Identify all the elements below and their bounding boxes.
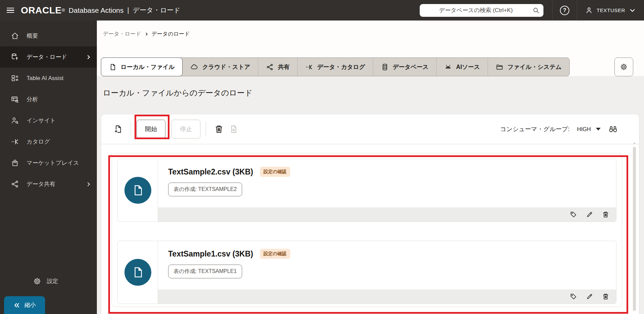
trash-icon[interactable] bbox=[602, 211, 609, 218]
help-button[interactable]: ? bbox=[553, 6, 577, 15]
tab-cloud-store[interactable]: クラウド・ストア bbox=[183, 58, 258, 76]
tab-data-catalog[interactable]: データ・カタログ bbox=[298, 58, 373, 76]
file-card-body: TextSample2.csv (3KB) 設定の確認 表の作成: TEXTSA… bbox=[158, 159, 616, 222]
toolbar-divider bbox=[206, 122, 206, 136]
trash-icon[interactable] bbox=[602, 293, 609, 300]
tab-label: クラウド・ストア bbox=[202, 63, 250, 71]
sidebar-item-label: インサイト bbox=[27, 117, 56, 124]
file-card-body: TextSample1.csv (3KB) 設定の確認 表の作成: TEXTSA… bbox=[158, 241, 616, 304]
consumer-group-select[interactable]: HIGH bbox=[577, 126, 601, 132]
hamburger-menu-icon[interactable] bbox=[0, 8, 21, 13]
breadcrumb: データ・ロード データのロード bbox=[103, 31, 190, 38]
tab-settings-button[interactable] bbox=[614, 57, 633, 76]
toolbar-right: コンシューマ・グループ: HIGH bbox=[500, 124, 630, 134]
analysis-icon bbox=[11, 95, 19, 104]
sidebar-item-data-load[interactable]: データ・ロード bbox=[0, 46, 97, 68]
file-card-content: TextSample1.csv (3KB) 設定の確認 表の作成: TEXTSA… bbox=[158, 241, 616, 289]
stop-button[interactable]: 停止 bbox=[172, 120, 200, 139]
file-card: TextSample2.csv (3KB) 設定の確認 表の作成: TEXTSA… bbox=[117, 159, 616, 222]
create-table-chip[interactable]: 表の作成: TEXTSAMPLE2 bbox=[168, 183, 242, 196]
gear-icon bbox=[33, 277, 41, 285]
tab-group: ローカル・ファイル クラウド・ストア 共有 データ・カタログ bbox=[101, 57, 570, 76]
sidebar-item-analysis[interactable]: 分析 bbox=[0, 89, 97, 110]
gear-icon bbox=[620, 63, 628, 71]
source-tabs: ローカル・ファイル クラウド・ストア 共有 データ・カタログ bbox=[101, 57, 570, 76]
insight-icon bbox=[11, 116, 19, 125]
file-card: TextSample1.csv (3KB) 設定の確認 表の作成: TEXTSA… bbox=[117, 241, 616, 304]
tab-file-system[interactable]: ファイル・システム bbox=[488, 58, 569, 76]
home-icon bbox=[11, 32, 19, 40]
sidebar-item-label: マーケットプレイス bbox=[27, 159, 79, 167]
catalog-icon bbox=[11, 138, 19, 146]
tab-local-file[interactable]: ローカル・ファイル bbox=[101, 57, 183, 76]
scroll-up-arrow-icon[interactable]: ▲ bbox=[633, 141, 636, 145]
tab-label: データ・カタログ bbox=[317, 63, 365, 71]
csv-file-icon bbox=[124, 259, 151, 286]
sidebar-item-label: 分析 bbox=[27, 95, 38, 103]
add-file-button[interactable] bbox=[113, 124, 123, 134]
sidebar-item-data-share[interactable]: データ共有 bbox=[0, 173, 97, 195]
file-card-content: TextSample2.csv (3KB) 設定の確認 表の作成: TEXTSA… bbox=[158, 159, 616, 207]
tab-label: AIソース bbox=[456, 63, 480, 71]
pencil-icon[interactable] bbox=[586, 211, 593, 218]
toolbar: 開始 停止 コンシューマ・グループ: HIGH bbox=[101, 114, 639, 144]
pencil-icon[interactable] bbox=[586, 293, 593, 300]
sidebar: 概要 データ・ロード Table AI Assist 分析 インサイト カタログ bbox=[0, 21, 97, 314]
marketplace-icon bbox=[11, 159, 19, 167]
title-separator: | bbox=[127, 6, 129, 14]
sidebar-item-marketplace[interactable]: マーケットプレイス bbox=[0, 152, 97, 173]
main-area: データ・ロード データのロード ローカル・ファイル クラウド・ストア bbox=[97, 21, 644, 314]
tab-label: ローカル・ファイル bbox=[121, 63, 175, 71]
tab-label: 共有 bbox=[278, 63, 290, 71]
top-bar-right: ? TEXTUSER bbox=[420, 0, 644, 21]
search-input[interactable] bbox=[420, 4, 543, 17]
data-share-icon bbox=[11, 180, 19, 188]
user-menu[interactable]: TEXTUSER bbox=[577, 6, 644, 14]
table-ai-icon bbox=[11, 74, 19, 82]
registered-mark: ® bbox=[62, 8, 65, 13]
consumer-group-label: コンシューマ・グループ: bbox=[500, 125, 569, 133]
tag-icon[interactable] bbox=[570, 293, 577, 300]
username: TEXTUSER bbox=[597, 7, 625, 13]
sidebar-item-overview[interactable]: 概要 bbox=[0, 25, 97, 46]
file-icon bbox=[109, 63, 117, 71]
share-icon bbox=[266, 63, 274, 71]
caret-down-icon bbox=[596, 128, 601, 130]
tag-icon[interactable] bbox=[570, 211, 577, 218]
tab-label: データベース bbox=[393, 63, 429, 71]
sidebar-item-table-ai-assist[interactable]: Table AI Assist bbox=[0, 68, 97, 89]
tab-ai-source[interactable]: AIソース bbox=[437, 58, 488, 76]
settings-check-badge: 設定の確認 bbox=[260, 249, 290, 259]
file-card-icon-column bbox=[118, 159, 158, 222]
help-icon: ? bbox=[560, 6, 569, 15]
header-context-title: データ・ロード bbox=[133, 6, 181, 15]
sidebar-item-catalog[interactable]: カタログ bbox=[0, 131, 97, 152]
chevron-down-icon bbox=[629, 7, 636, 14]
file-card-footer bbox=[158, 289, 616, 304]
file-name: TextSample1.csv (3KB) bbox=[168, 249, 253, 259]
oracle-logo: ORACLE® Database Actions | データ・ロード bbox=[21, 5, 181, 16]
create-table-chip[interactable]: 表の作成: TEXTSAMPLE1 bbox=[168, 265, 242, 278]
sidebar-item-label: Table AI Assist bbox=[27, 75, 64, 82]
start-button[interactable]: 開始 bbox=[137, 120, 165, 139]
consumer-group-value: HIGH bbox=[577, 126, 591, 132]
cloud-icon bbox=[190, 63, 198, 71]
settings-label: 設定 bbox=[47, 277, 58, 285]
sidebar-item-insight[interactable]: インサイト bbox=[0, 110, 97, 131]
delete-button[interactable] bbox=[214, 124, 224, 134]
breadcrumb-parent[interactable]: データ・ロード bbox=[103, 31, 141, 38]
vertical-scrollbar[interactable]: ▲ bbox=[633, 141, 636, 313]
sidebar-item-settings[interactable]: 設定 bbox=[0, 274, 97, 288]
view-file-button[interactable] bbox=[229, 124, 238, 134]
binoculars-icon[interactable] bbox=[608, 124, 618, 134]
tab-database[interactable]: データベース bbox=[373, 58, 437, 76]
scrollbar-thumb[interactable] bbox=[633, 147, 636, 311]
chevron-right-icon bbox=[85, 181, 91, 187]
breadcrumb-chevron-icon bbox=[144, 32, 149, 36]
tab-share[interactable]: 共有 bbox=[258, 58, 298, 76]
collapse-sidebar-button[interactable]: 縮小 bbox=[4, 296, 45, 314]
double-chevron-left-icon bbox=[13, 302, 20, 309]
top-bar: ORACLE® Database Actions | データ・ロード ? TEX… bbox=[0, 0, 644, 21]
upload-list: TextSample2.csv (3KB) 設定の確認 表の作成: TEXTSA… bbox=[112, 153, 622, 307]
database-search-box bbox=[420, 4, 543, 17]
